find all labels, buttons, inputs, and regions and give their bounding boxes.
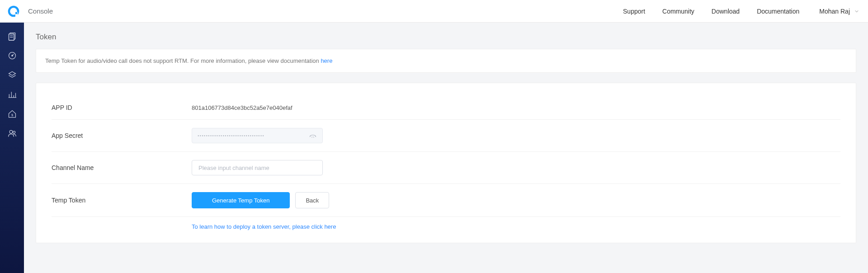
- top-header: Console Support Community Download Docum…: [0, 0, 868, 23]
- svg-rect-2: [15, 12, 17, 14]
- svg-point-17: [9, 130, 13, 133]
- projects-icon[interactable]: [8, 32, 17, 41]
- nav-download[interactable]: Download: [712, 8, 740, 15]
- layers-icon[interactable]: [8, 71, 17, 80]
- console-label: Console: [28, 7, 53, 15]
- info-banner-text: Temp Token for audio/video call does not…: [45, 57, 321, 64]
- svg-text:$: $: [11, 113, 13, 117]
- layout: $ Token Temp Token for audio/video call …: [0, 23, 868, 273]
- nav-support[interactable]: Support: [623, 8, 645, 15]
- svg-line-21: [314, 136, 314, 137]
- row-app-secret: App Secret ●●●●●●●●●●●●●●●●●●●●●●●●●●●●●…: [52, 120, 840, 152]
- generate-temp-token-button[interactable]: Generate Temp Token: [192, 192, 290, 208]
- app-secret-box: ●●●●●●●●●●●●●●●●●●●●●●●●●●●●●●●●: [192, 128, 323, 143]
- main-content: Token Temp Token for audio/video call do…: [24, 23, 868, 273]
- user-name: Mohan Raj: [819, 8, 850, 15]
- app-id-value: 801a106773d84ce3bc52a5e7e040efaf: [192, 104, 292, 111]
- brand-logo-icon: [7, 5, 20, 18]
- app-id-label: APP ID: [52, 104, 192, 111]
- info-banner-link[interactable]: here: [321, 57, 332, 64]
- top-nav: Support Community Download Documentation…: [623, 8, 859, 15]
- svg-point-18: [13, 131, 15, 133]
- page-title: Token: [36, 33, 856, 42]
- channel-name-input[interactable]: [192, 160, 323, 175]
- row-app-id: APP ID 801a106773d84ce3bc52a5e7e040efaf: [52, 96, 840, 120]
- info-banner: Temp Token for audio/video call does not…: [36, 49, 856, 73]
- channel-name-label: Channel Name: [52, 164, 192, 171]
- user-menu[interactable]: Mohan Raj: [819, 8, 859, 15]
- back-button[interactable]: Back: [295, 192, 329, 208]
- form-card: APP ID 801a106773d84ce3bc52a5e7e040efaf …: [36, 83, 856, 243]
- app-secret-label: App Secret: [52, 132, 192, 139]
- deploy-token-server-link[interactable]: To learn how to deploy a token server, p…: [192, 223, 336, 230]
- svg-point-9: [11, 55, 13, 56]
- svg-marker-10: [9, 72, 15, 75]
- sidebar: $: [0, 23, 24, 273]
- row-temp-token: Temp Token Generate Temp Token Back: [52, 184, 840, 217]
- row-help-link: To learn how to deploy a token server, p…: [52, 217, 840, 238]
- eye-toggle-icon[interactable]: [309, 132, 317, 140]
- billing-icon[interactable]: $: [8, 109, 17, 118]
- row-channel-name: Channel Name: [52, 152, 840, 184]
- members-icon[interactable]: [8, 129, 17, 138]
- nav-community[interactable]: Community: [662, 8, 694, 15]
- app-secret-mask: ●●●●●●●●●●●●●●●●●●●●●●●●●●●●●●●●: [198, 134, 309, 137]
- button-row: Generate Temp Token Back: [192, 192, 329, 208]
- analytics-icon[interactable]: [8, 90, 17, 99]
- chevron-down-icon: [854, 9, 859, 14]
- nav-documentation[interactable]: Documentation: [757, 8, 799, 15]
- temp-token-label: Temp Token: [52, 197, 192, 204]
- svg-line-20: [312, 136, 312, 137]
- gauge-icon[interactable]: [8, 51, 17, 60]
